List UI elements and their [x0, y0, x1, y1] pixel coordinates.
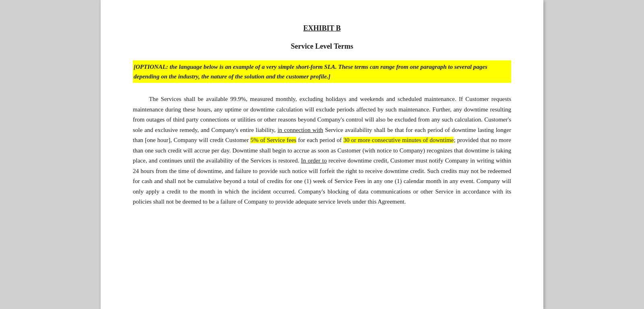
underline-in-order-to: In order to [301, 157, 327, 164]
underline-in-connection-with: in connection with [277, 127, 323, 133]
document-page: EXHIBIT B Service Level Terms [OPTIONAL:… [101, 0, 543, 309]
body-text: The Services shall be available 99.9%, m… [133, 94, 511, 207]
body-part3: for each period of [296, 137, 343, 143]
body-part5: receive downtime credit, Customer must n… [133, 157, 511, 205]
optional-note: [OPTIONAL: the language below is an exam… [133, 60, 511, 83]
highlight-5-percent: 5% of Service fees [250, 137, 296, 143]
highlight-30-minutes: 30 or more consecutive minutes of downti… [343, 137, 454, 143]
section-title: Service Level Terms [133, 42, 511, 51]
exhibit-title: EXHIBIT B [133, 24, 511, 33]
